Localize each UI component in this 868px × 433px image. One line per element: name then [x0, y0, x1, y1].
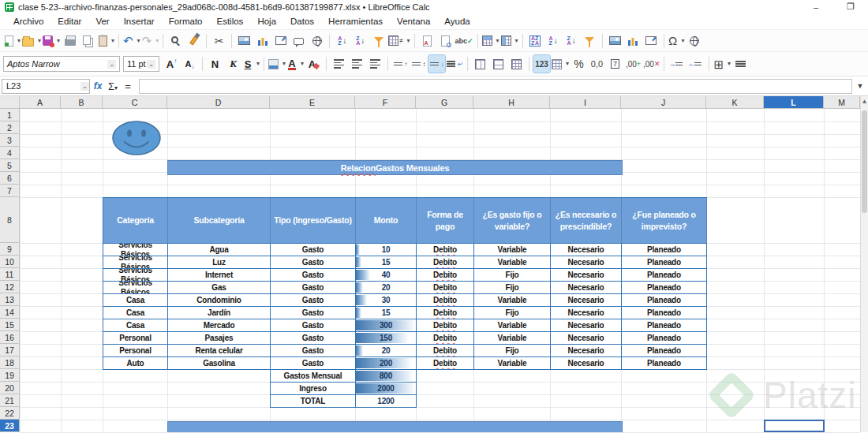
row-header-12[interactable]: 12 — [0, 281, 20, 293]
table-cell[interactable]: 15 — [356, 307, 417, 319]
merge-cells-icon[interactable] — [472, 55, 488, 73]
table-cell[interactable]: Necesario — [551, 357, 622, 370]
table-cell[interactable]: Gasto — [271, 269, 356, 282]
menu-archivo[interactable]: Archivo — [6, 15, 51, 28]
print-preview-icon[interactable] — [437, 32, 454, 50]
table-cell[interactable]: Planeado — [622, 269, 707, 282]
table-cell[interactable]: Jardín — [168, 307, 271, 319]
table-cell[interactable]: Personal — [103, 345, 168, 357]
equals-icon[interactable]: = — [120, 80, 136, 92]
table-cell[interactable]: Casa — [103, 294, 168, 307]
insert-hyperlink-2-icon[interactable] — [687, 32, 703, 50]
table-cell[interactable]: Necesario — [551, 332, 622, 345]
table-cell[interactable]: Fijo — [474, 269, 551, 282]
column-header-J[interactable]: J — [621, 96, 706, 109]
borders-icon[interactable]: ⊞ — [713, 55, 731, 73]
table-cell[interactable]: Servicios Básicos — [103, 256, 168, 269]
table-cell[interactable]: 15 — [356, 256, 417, 269]
table-cell[interactable]: 40 — [356, 269, 417, 282]
row-header-15[interactable]: 15 — [0, 319, 20, 331]
table-cell[interactable]: Debito — [417, 345, 474, 357]
row-header-2[interactable]: 2 — [0, 121, 20, 134]
table-cell[interactable]: Planeado — [622, 357, 707, 370]
insert-textbox-icon[interactable] — [272, 32, 289, 50]
font-name-combobox[interactable]: Aptos Narrow ⌄ — [3, 56, 120, 72]
table-cell[interactable]: 10 — [356, 244, 417, 256]
add-decimal-icon[interactable]: ,00+ — [625, 55, 642, 73]
row-header-22[interactable]: 22 — [0, 407, 20, 420]
table-cell[interactable]: Necesario — [551, 345, 622, 357]
active-cell-cursor[interactable] — [764, 420, 825, 432]
find-replace-icon[interactable] — [167, 32, 184, 50]
table-cell[interactable]: Variable — [474, 319, 551, 332]
table-cell[interactable]: Servicios Básicos — [103, 282, 168, 294]
table-cell[interactable]: Debito — [417, 244, 474, 256]
highlight-color-icon[interactable] — [268, 55, 286, 73]
copy-icon[interactable] — [80, 32, 96, 50]
align-left-icon[interactable] — [331, 55, 347, 73]
summary-label-cell[interactable]: Gastos Mensual — [271, 370, 356, 383]
summary-value-cell[interactable]: 2000 — [356, 383, 417, 395]
column-header-L[interactable]: L — [764, 96, 824, 109]
column-header-D[interactable]: D — [167, 96, 270, 109]
table-cell[interactable]: Necesario — [551, 269, 622, 282]
menu-datos[interactable]: Datos — [283, 15, 321, 28]
select-all-corner[interactable] — [0, 96, 20, 109]
row-header-6[interactable]: 6 — [0, 172, 20, 185]
table-cell[interactable]: Debito — [417, 357, 474, 370]
table-cell[interactable]: Variable — [474, 294, 551, 307]
autofilter-icon[interactable] — [370, 32, 387, 50]
table-cell[interactable]: Planeado — [622, 319, 707, 332]
table-cell[interactable]: 30 — [356, 294, 417, 307]
font-color-icon[interactable]: A — [287, 55, 304, 73]
insert-image-icon[interactable] — [236, 32, 253, 50]
table-cell[interactable]: Debito — [417, 282, 474, 294]
row-header-11[interactable]: 11 — [0, 268, 20, 281]
bottom-banner[interactable] — [167, 421, 623, 432]
menu-ver[interactable]: Ver — [88, 15, 116, 28]
column-header-C[interactable]: C — [103, 96, 167, 109]
summary-label-cell[interactable]: TOTAL — [271, 395, 356, 408]
scroll-up-icon[interactable]: ▲ — [861, 96, 868, 107]
table-cell[interactable]: Planeado — [622, 307, 707, 319]
table-cell[interactable]: Planeado — [622, 282, 707, 294]
function-wizard-icon[interactable]: fx — [90, 80, 106, 91]
table-cell[interactable]: Planeado — [622, 244, 707, 256]
table-cell[interactable]: Planeado — [622, 345, 707, 357]
table-cell[interactable]: Debito — [417, 332, 474, 345]
column-header-G[interactable]: G — [416, 96, 473, 109]
special-character-icon[interactable]: Ω — [668, 32, 685, 50]
format-currency-icon[interactable] — [552, 55, 569, 73]
sort-ascending-icon[interactable]: AZ↓ — [334, 32, 350, 50]
table-cell[interactable]: Fijo — [474, 282, 551, 294]
chevron-down-icon[interactable]: ⌄ — [107, 60, 116, 69]
column-header-I[interactable]: I — [550, 96, 621, 109]
row-header-16[interactable]: 16 — [0, 331, 20, 344]
table-cell[interactable]: Casa — [103, 307, 168, 319]
table-cell[interactable]: Debito — [417, 319, 474, 332]
table-cell[interactable]: 300 — [356, 319, 417, 332]
wrap-text-icon[interactable]: ↵ — [447, 55, 463, 73]
scrollbar-thumb[interactable] — [862, 110, 867, 213]
increase-indent-icon[interactable]: → — [668, 55, 686, 73]
row-header-4[interactable]: 4 — [0, 147, 20, 159]
autofilter-2-icon[interactable] — [582, 32, 598, 50]
table-cell[interactable]: Debito — [417, 256, 474, 269]
column-header-K[interactable]: K — [706, 96, 764, 109]
menu-hoja[interactable]: Hoja — [250, 15, 283, 28]
save-icon[interactable] — [43, 32, 60, 50]
italic-icon[interactable]: K — [225, 55, 241, 73]
table-cell[interactable]: Necesario — [551, 307, 622, 319]
table-cell[interactable]: Fijo — [474, 307, 551, 319]
table-cell[interactable]: 20 — [356, 345, 417, 357]
menu-editar[interactable]: Editar — [51, 15, 88, 28]
row-header-18[interactable]: 18 — [0, 356, 20, 369]
sort-descending-2-icon[interactable]: ZA↓ — [563, 32, 580, 50]
row-header-14[interactable]: 14 — [0, 306, 20, 319]
table-cell[interactable]: Fijo — [474, 345, 551, 357]
menu-herramientas[interactable]: Herramientas — [321, 15, 390, 28]
clone-formatting-icon[interactable] — [185, 32, 202, 50]
minimize-button[interactable]: – — [799, 0, 833, 13]
menu-ayuda[interactable]: Ayuda — [437, 15, 477, 28]
table-cell[interactable]: Gasto — [271, 256, 356, 269]
